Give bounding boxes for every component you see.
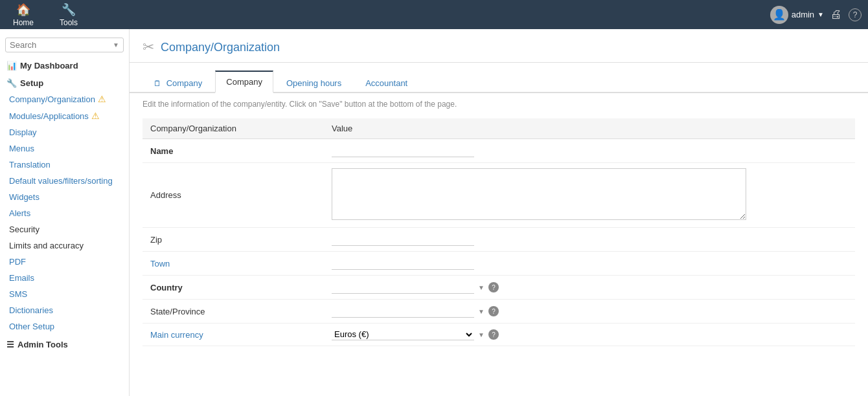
printer-icon[interactable]: 🖨 <box>830 8 842 21</box>
tab-accountant-label: Accountant <box>365 78 407 88</box>
nav-tools-label: Tools <box>60 18 78 27</box>
dashboard-label: My Dashboard <box>20 61 78 71</box>
search-box: ▼ <box>5 38 124 52</box>
modules-label: Modules/Applications <box>9 111 89 121</box>
field-label-main-currency: Main currency <box>143 324 324 346</box>
state-dropdown-icon: ▼ <box>478 308 485 315</box>
display-label: Display <box>9 127 37 137</box>
sidebar-item-menus[interactable]: Menus <box>0 140 129 157</box>
sidebar-item-other-setup[interactable]: Other Setup <box>0 318 129 335</box>
sidebar-item-display[interactable]: Display <box>0 124 129 140</box>
table-row-name: Name <box>143 139 855 163</box>
currency-help-icon[interactable]: ? <box>488 329 499 340</box>
table-row-country: Country ▼ ? <box>143 276 855 300</box>
form-area: Edit the information of the company/enti… <box>130 93 868 346</box>
search-dropdown-icon[interactable]: ▼ <box>113 41 119 49</box>
field-value-state-province: ▼ ? <box>324 300 855 324</box>
currency-dropdown-icon: ▼ <box>478 331 485 338</box>
security-label: Security <box>9 225 40 234</box>
tools-icon: 🔧 <box>62 3 76 17</box>
country-select[interactable] <box>332 281 474 294</box>
country-dropdown-icon: ▼ <box>478 284 485 291</box>
dashboard-icon: 📊 <box>6 61 17 71</box>
address-input[interactable] <box>332 168 746 220</box>
sidebar-item-dictionaries[interactable]: Dictionaries <box>0 302 129 318</box>
field-value-main-currency: Euros (€) ▼ ? <box>324 324 855 346</box>
default-values-label: Default values/filters/sorting <box>9 176 113 186</box>
tab-company-form[interactable]: Company <box>215 71 273 93</box>
setup-icon: 🔧 <box>6 78 17 88</box>
home-icon: 🏠 <box>16 3 30 17</box>
field-label-zip: Zip <box>143 228 324 252</box>
tabs-bar: 🗒 Company Company Opening hours Accounta… <box>130 69 868 93</box>
sidebar-item-widgets[interactable]: Widgets <box>0 189 129 205</box>
admin-tools-label: Admin Tools <box>17 340 68 349</box>
page-header-icon: ✂ <box>143 39 154 56</box>
sidebar-my-dashboard[interactable]: 📊 My Dashboard <box>0 56 129 73</box>
sms-label: SMS <box>9 289 27 299</box>
currency-select[interactable]: Euros (€) <box>332 329 474 340</box>
setup-label: Setup <box>20 78 43 88</box>
tab-accountant[interactable]: Accountant <box>354 72 418 93</box>
field-label-address: Address <box>143 163 324 228</box>
country-select-wrapper: ▼ ? <box>332 281 847 294</box>
top-navigation: 🏠 Home 🔧 Tools 👤 admin ▼ 🖨 ? <box>0 0 868 29</box>
tab-company-list[interactable]: 🗒 Company <box>143 72 213 93</box>
table-header-row: Company/Organization Value <box>143 118 855 139</box>
town-input[interactable] <box>332 257 474 270</box>
tab-opening-hours[interactable]: Opening hours <box>275 72 352 93</box>
field-label-state-province: State/Province <box>143 300 324 324</box>
state-select-wrapper: ▼ ? <box>332 305 847 318</box>
name-input[interactable] <box>332 144 474 157</box>
widgets-label: Widgets <box>9 192 40 202</box>
tab-company-list-label: Company <box>166 78 203 88</box>
col-header-value: Value <box>324 118 855 139</box>
state-help-icon[interactable]: ? <box>488 306 499 316</box>
limits-accuracy-label: Limits and accuracy <box>9 241 84 250</box>
nav-home-label: Home <box>13 18 34 27</box>
sidebar: ▼ 📊 My Dashboard 🔧 Setup Company/Organiz… <box>0 29 130 396</box>
field-label-name: Name <box>143 139 324 163</box>
sidebar-item-alerts[interactable]: Alerts <box>0 205 129 221</box>
menus-label: Menus <box>9 144 34 153</box>
company-org-label: Company/Organization <box>9 94 95 104</box>
field-value-address <box>324 163 855 228</box>
field-label-country: Country <box>143 276 324 300</box>
zip-input[interactable] <box>332 233 474 246</box>
table-row-main-currency: Main currency Euros (€) ▼ ? <box>143 324 855 346</box>
table-row-town: Town <box>143 252 855 276</box>
country-help-icon[interactable]: ? <box>488 282 499 292</box>
sidebar-item-modules-applications[interactable]: Modules/Applications ⚠ <box>0 107 129 124</box>
currency-select-wrapper: Euros (€) ▼ ? <box>332 329 847 340</box>
search-input[interactable] <box>10 40 113 50</box>
avatar-icon: 👤 <box>773 8 786 21</box>
nav-left: 🏠 Home 🔧 Tools <box>6 0 84 30</box>
nav-tools[interactable]: 🔧 Tools <box>53 0 84 30</box>
state-select[interactable] <box>332 305 474 318</box>
sidebar-item-emails[interactable]: Emails <box>0 270 129 286</box>
sidebar-admin-tools-header[interactable]: ☰ Admin Tools <box>0 335 129 352</box>
form-table: Company/Organization Value Name Address <box>143 118 855 346</box>
form-hint: Edit the information of the company/enti… <box>143 93 855 118</box>
sidebar-item-limits-accuracy[interactable]: Limits and accuracy <box>0 237 129 254</box>
help-icon[interactable]: ? <box>849 8 862 21</box>
table-row-zip: Zip <box>143 228 855 252</box>
sidebar-item-pdf[interactable]: PDF <box>0 254 129 270</box>
table-row-state-province: State/Province ▼ ? <box>143 300 855 324</box>
user-menu[interactable]: 👤 admin ▼ <box>770 6 824 24</box>
tab-company-form-label: Company <box>226 77 262 87</box>
warn-icon: ⚠ <box>98 94 106 104</box>
sidebar-item-translation[interactable]: Translation <box>0 157 129 173</box>
sidebar-item-security[interactable]: Security <box>0 221 129 237</box>
field-value-zip <box>324 228 855 252</box>
sidebar-item-default-values[interactable]: Default values/filters/sorting <box>0 173 129 189</box>
sidebar-item-company-organization[interactable]: Company/Organization ⚠ <box>0 91 129 107</box>
dictionaries-label: Dictionaries <box>9 305 53 315</box>
sidebar-item-sms[interactable]: SMS <box>0 286 129 302</box>
nav-home[interactable]: 🏠 Home <box>6 0 40 30</box>
tab-opening-hours-label: Opening hours <box>286 78 341 88</box>
page-title: Company/Organization <box>161 41 280 54</box>
col-header-field: Company/Organization <box>143 118 324 139</box>
main-content: ✂ Company/Organization 🗒 Company Company… <box>130 29 868 396</box>
page-header: ✂ Company/Organization <box>130 29 868 63</box>
